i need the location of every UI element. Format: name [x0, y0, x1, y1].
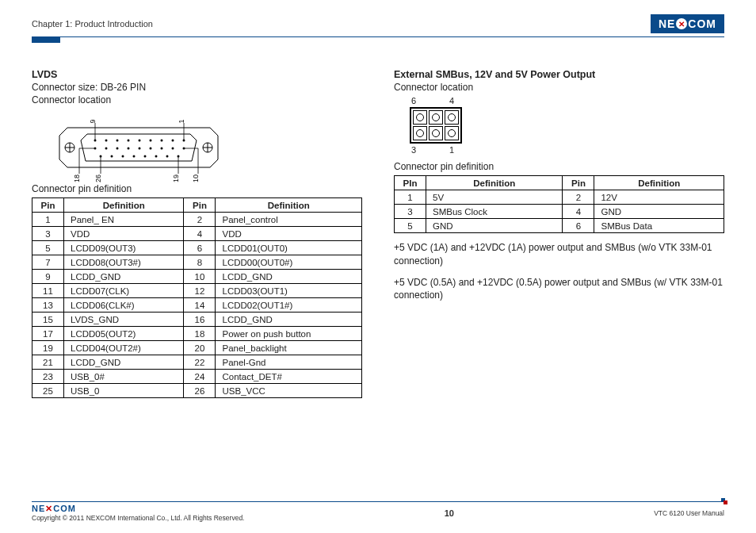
table-cell: 12V — [594, 190, 724, 205]
svg-point-16 — [105, 148, 108, 150]
table-cell: LCDD01(OUT0) — [216, 241, 362, 255]
table-cell: LCDD_GND — [64, 270, 184, 284]
table-cell: 22 — [184, 355, 216, 370]
table-cell: Contact_DET# — [216, 370, 362, 384]
table-cell: 4 — [563, 205, 594, 219]
table-cell: LCDD_GND — [216, 270, 362, 284]
svg-point-27 — [133, 155, 136, 158]
page-footer: NE✕COM Copyright © 2011 NEXCOM Internati… — [32, 501, 724, 522]
table-row: 21LCDD_GND22Panel-Gnd — [32, 355, 362, 370]
table-cell: 10 — [184, 270, 216, 284]
table-cell: 6 — [563, 219, 594, 233]
sixpin-label-6: 6 — [411, 96, 416, 105]
left-column: LVDS Connector size: DB-26 PIN Connector… — [32, 69, 362, 398]
table-cell: 12 — [184, 284, 216, 298]
table-cell: 14 — [184, 298, 216, 313]
lvds-size: Connector size: DB-26 PIN — [32, 82, 362, 93]
svg-point-9 — [128, 140, 130, 142]
page-header: Chapter 1: Product Introduction NE✕COM — [32, 14, 724, 33]
table-cell: 3 — [395, 205, 426, 219]
db26-label-1: 1 — [178, 119, 185, 123]
table-row: 15LVDS_GND16LCDD_GND — [32, 313, 362, 327]
table-cell: 19 — [32, 341, 64, 355]
table-cell: LCDD09(OUT3) — [64, 241, 184, 255]
table-cell: 5 — [395, 219, 426, 233]
table-cell: 25 — [32, 384, 64, 398]
table-cell: LCDD04(OUT2#) — [64, 341, 184, 355]
db26-label-18: 18 — [73, 174, 81, 182]
svg-point-10 — [139, 140, 141, 142]
table-cell: 2 — [184, 213, 216, 227]
svg-point-21 — [161, 148, 163, 150]
svg-point-30 — [166, 155, 169, 158]
table-cell: LCDD07(CLK) — [64, 284, 184, 298]
table-cell: USB_0# — [64, 370, 184, 384]
table-cell: SMBus Data — [594, 219, 724, 233]
table-header: Definition — [216, 198, 362, 213]
svg-point-7 — [105, 140, 108, 142]
table-header: PIn — [395, 176, 426, 190]
table-cell: 15 — [32, 313, 64, 327]
table-row: 15V212V — [395, 190, 724, 205]
sixpin-label-4: 4 — [449, 96, 454, 105]
table-cell: USB_0 — [64, 384, 184, 398]
lvds-pin-table: PinDefinitionPinDefinition 1Panel_ EN2Pa… — [32, 197, 362, 398]
table-row: 5GND6SMBus Data — [395, 219, 724, 233]
table-row: 23USB_0#24Contact_DET# — [32, 370, 362, 384]
table-cell: 4 — [184, 227, 216, 241]
svg-point-29 — [155, 155, 158, 158]
table-cell: 18 — [184, 327, 216, 341]
table-cell: LVDS_GND — [64, 313, 184, 327]
table-header: Pin — [32, 198, 64, 213]
table-cell: 11 — [32, 284, 64, 298]
doc-title: VTC 6120 User Manual — [654, 509, 724, 517]
table-cell: LCDD03(OUT1) — [216, 284, 362, 298]
sixpin-label-1: 1 — [449, 145, 454, 155]
table-cell: 26 — [184, 384, 216, 398]
table-cell: Panel_control — [216, 213, 362, 227]
table-cell: 2 — [563, 190, 594, 205]
smbus-title: External SMBus, 12V and 5V Power Output — [394, 69, 724, 80]
svg-point-12 — [161, 140, 163, 142]
brand-logo: NE✕COM — [651, 14, 724, 33]
db26-label-10: 10 — [192, 174, 200, 182]
page-number: 10 — [445, 508, 454, 518]
table-cell: 20 — [184, 341, 216, 355]
table-cell: 3 — [32, 227, 64, 241]
table-cell: GND — [594, 205, 724, 219]
table-cell: Panel_backlight — [216, 341, 362, 355]
db26-label-9: 9 — [89, 119, 97, 123]
lvds-loc: Connector location — [32, 94, 362, 105]
right-column: External SMBus, 12V and 5V Power Output … — [394, 69, 724, 398]
table-row: 17LCDD05(OUT2)18Power on push button — [32, 327, 362, 341]
table-row: 3SMBus Clock4GND — [395, 205, 724, 219]
header-rule — [32, 36, 724, 37]
table-row: 9LCDD_GND10LCDD_GND — [32, 270, 362, 284]
table-cell: LCDD05(OUT2) — [64, 327, 184, 341]
table-cell: GND — [426, 219, 563, 233]
table-cell: USB_VCC — [216, 384, 362, 398]
smbus-loc: Connector location — [394, 82, 724, 93]
table-cell: Panel_ EN — [64, 213, 184, 227]
chapter-label: Chapter 1: Product Introduction — [32, 19, 153, 29]
table-cell: 24 — [184, 370, 216, 384]
table-header: Pin — [184, 198, 216, 213]
svg-point-28 — [144, 155, 147, 158]
svg-point-26 — [122, 155, 124, 158]
footer-logo: NE✕COM — [32, 504, 76, 513]
table-cell: Power on push button — [216, 327, 362, 341]
table-cell: 5V — [426, 190, 563, 205]
smbus-pin-table: PInDefinitionPinDefinition 15V212V3SMBus… — [394, 175, 724, 233]
table-cell: 6 — [184, 241, 216, 255]
svg-point-22 — [172, 148, 174, 150]
svg-point-11 — [150, 140, 152, 142]
lvds-pin-caption: Connector pin definition — [32, 183, 362, 194]
table-header: Definition — [426, 176, 563, 190]
db26-label-19: 19 — [172, 174, 180, 182]
svg-point-25 — [111, 155, 113, 158]
table-row: 3VDD4VDD — [32, 227, 362, 241]
db26-diagram: 9 1 18 10 26 19 — [55, 117, 222, 172]
table-cell: LCDD00(OUT0#) — [216, 255, 362, 270]
table-cell: SMBus Clock — [426, 205, 563, 219]
db26-label-26: 26 — [94, 174, 102, 182]
